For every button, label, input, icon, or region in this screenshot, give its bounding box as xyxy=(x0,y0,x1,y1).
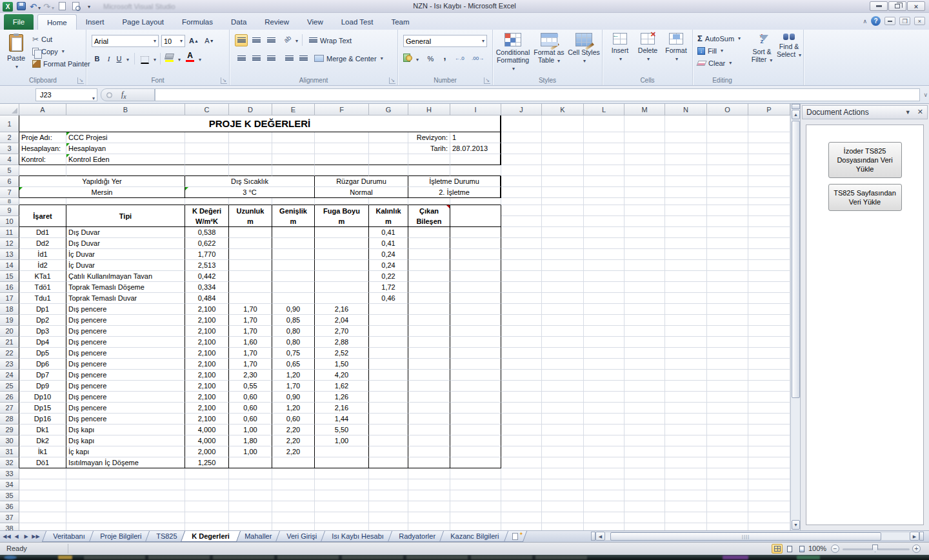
format-painter-button[interactable]: Format Painter xyxy=(30,57,92,70)
cell-O29[interactable] xyxy=(707,425,748,435)
cell-F20[interactable]: 2,70 xyxy=(315,326,369,337)
cell-N32[interactable] xyxy=(665,457,707,468)
cell-L13[interactable] xyxy=(584,249,624,260)
cell-A25[interactable]: Dp9 xyxy=(19,381,66,392)
cell-K5[interactable] xyxy=(542,165,584,176)
condition-header-4[interactable]: İşletme Durumu xyxy=(408,176,501,187)
cell-I19[interactable] xyxy=(450,315,501,326)
cell-L34[interactable] xyxy=(584,479,624,490)
cell-D5[interactable] xyxy=(229,165,272,176)
clipboard-dialog-launcher[interactable]: ↘ xyxy=(77,77,84,84)
help-icon[interactable]: ? xyxy=(871,16,881,26)
cell-C8[interactable] xyxy=(185,198,229,205)
cell-O27[interactable] xyxy=(707,403,748,414)
cell-N35[interactable] xyxy=(665,490,707,501)
cell-P24[interactable] xyxy=(748,370,790,381)
cell-G30[interactable] xyxy=(369,435,408,446)
cell-E26[interactable]: 0,90 xyxy=(272,392,315,403)
cell-J8[interactable] xyxy=(501,198,542,205)
cell-M36[interactable] xyxy=(624,501,665,512)
cell-B21[interactable]: Dış pencere xyxy=(66,337,185,348)
cell-A12[interactable]: Dd2 xyxy=(19,238,66,249)
cell-G36[interactable] xyxy=(369,501,408,512)
borders-dropdown[interactable]: ▾ xyxy=(154,57,156,63)
cell-I26[interactable] xyxy=(450,392,501,403)
column-header-H[interactable]: H xyxy=(408,104,450,115)
row-header-23[interactable]: 23 xyxy=(0,359,19,370)
font-color-button[interactable]: A xyxy=(186,52,194,62)
cell-M35[interactable] xyxy=(624,490,665,501)
condition-value-3[interactable]: Normal xyxy=(315,187,408,198)
cell-L35[interactable] xyxy=(584,490,624,501)
cell-A24[interactable]: Dp7 xyxy=(19,370,66,381)
row-header-38[interactable]: 38 xyxy=(0,523,19,530)
cell-B35[interactable] xyxy=(66,490,185,501)
cell-M29[interactable] xyxy=(624,425,665,435)
column-header-K[interactable]: K xyxy=(542,104,584,115)
cell-styles-button[interactable]: Cell Styles ▾ xyxy=(568,32,600,65)
cell-J22[interactable] xyxy=(501,348,542,359)
cell-H5[interactable] xyxy=(408,165,450,176)
select-all-button[interactable] xyxy=(0,104,19,115)
cell-A18[interactable]: Dp1 xyxy=(19,304,66,315)
column-header-C[interactable]: C xyxy=(185,104,229,115)
cell-B5[interactable] xyxy=(66,165,185,176)
cell-G37[interactable] xyxy=(369,512,408,523)
cell-P15[interactable] xyxy=(748,271,790,282)
row-header-12[interactable]: 12 xyxy=(0,238,19,249)
comma-style-button[interactable]: , xyxy=(439,50,450,62)
cell-C27[interactable]: 2,100 xyxy=(185,403,229,414)
cell-K28[interactable] xyxy=(542,414,584,425)
cell-A16[interactable]: Tdö1 xyxy=(19,282,66,293)
expand-formula-bar-icon[interactable]: ∨ xyxy=(923,92,928,98)
cell-O1[interactable] xyxy=(707,115,748,132)
cell-K30[interactable] xyxy=(542,435,584,446)
cell-P5[interactable] xyxy=(748,165,790,176)
format-cells-button[interactable]: Format▾ xyxy=(663,32,689,63)
cell-L19[interactable] xyxy=(584,315,624,326)
row-header-14[interactable]: 14 xyxy=(0,260,19,271)
align-right-button[interactable] xyxy=(265,52,277,65)
cell-P23[interactable] xyxy=(748,359,790,370)
table-header-1[interactable]: K DeğeriW/m²K xyxy=(185,205,229,227)
table-header-tipi[interactable]: Tipi xyxy=(66,205,185,227)
cell-E36[interactable] xyxy=(272,501,315,512)
row-header-21[interactable]: 21 xyxy=(0,337,19,348)
workbook-restore-button[interactable]: ❒ xyxy=(899,17,910,25)
cell-J18[interactable] xyxy=(501,304,542,315)
cell-F27[interactable]: 2,16 xyxy=(315,403,369,414)
grow-font-button[interactable]: A▲ xyxy=(188,35,199,46)
cell-N24[interactable] xyxy=(665,370,707,381)
scroll-up-button[interactable]: ▲ xyxy=(792,110,800,119)
cell-K8[interactable] xyxy=(542,198,584,205)
cell-O12[interactable] xyxy=(707,238,748,249)
cell-J23[interactable] xyxy=(501,359,542,370)
cell-P38[interactable] xyxy=(748,523,790,530)
cell-K11[interactable] xyxy=(542,227,584,238)
column-header-E[interactable]: E xyxy=(272,104,315,115)
formula-input[interactable] xyxy=(155,88,920,101)
horizontal-scroll-thumb[interactable]: |||| xyxy=(610,532,881,541)
cell-K27[interactable] xyxy=(542,403,584,414)
cell-K38[interactable] xyxy=(542,523,584,530)
cell-K31[interactable] xyxy=(542,446,584,457)
cell-M1[interactable] xyxy=(624,115,665,132)
cell-L14[interactable] xyxy=(584,260,624,271)
cell-L30[interactable] xyxy=(584,435,624,446)
row-header-25[interactable]: 25 xyxy=(0,381,19,392)
cell-J34[interactable] xyxy=(501,479,542,490)
cell-B20[interactable]: Dış pencere xyxy=(66,326,185,337)
cell-K26[interactable] xyxy=(542,392,584,403)
font-name-combo[interactable]: Arial▾ xyxy=(92,35,159,47)
cell-O23[interactable] xyxy=(707,359,748,370)
alignment-dialog-launcher[interactable]: ↘ xyxy=(389,77,395,84)
cell-N33[interactable] xyxy=(665,468,707,479)
cell-O33[interactable] xyxy=(707,468,748,479)
cell-H27[interactable] xyxy=(408,403,450,414)
cell-C35[interactable] xyxy=(185,490,229,501)
cell-F24[interactable]: 4,20 xyxy=(315,370,369,381)
delete-cells-button[interactable]: ✕ Delete▾ xyxy=(635,32,661,63)
cell-N37[interactable] xyxy=(665,512,707,523)
cell-H20[interactable] xyxy=(408,326,450,337)
find-select-button[interactable]: Find & Select ▾ xyxy=(775,32,803,59)
